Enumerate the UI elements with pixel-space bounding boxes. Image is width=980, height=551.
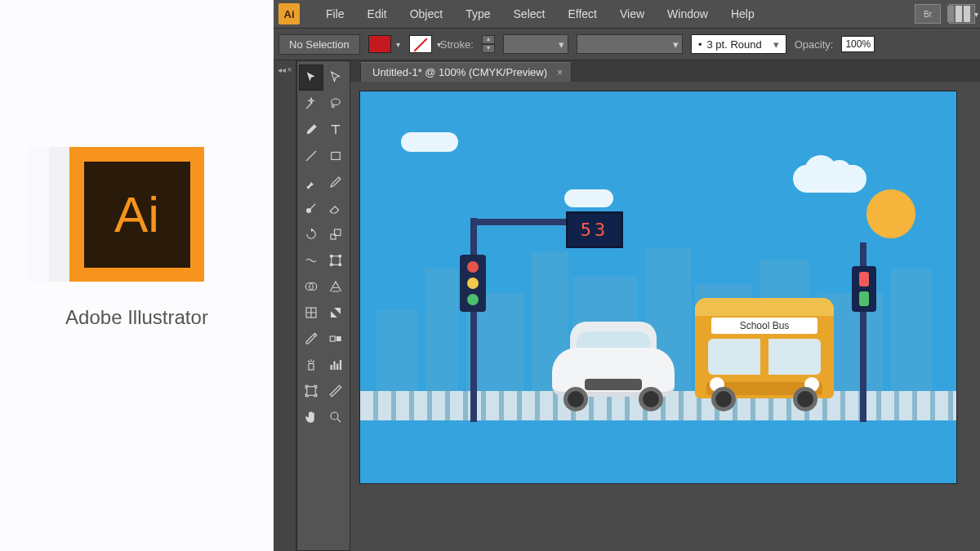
blob-brush-tool[interactable]: [300, 196, 323, 220]
stroke-swatch[interactable]: ▾: [409, 35, 432, 53]
opacity-value[interactable]: 100%: [841, 36, 875, 52]
direct-selection-tool[interactable]: [324, 65, 347, 90]
menu-edit[interactable]: Edit: [356, 2, 399, 25]
menu-effect[interactable]: Effect: [556, 2, 608, 25]
menu-select[interactable]: Select: [502, 2, 557, 25]
svg-rect-1: [332, 153, 341, 160]
bus-shape: School Bus: [695, 298, 834, 416]
panel-close-icon[interactable]: ×: [287, 65, 292, 74]
eyedropper-tool[interactable]: [300, 327, 323, 351]
red-light-icon: [467, 261, 479, 273]
artboard[interactable]: 53: [360, 91, 956, 483]
scale-tool[interactable]: [324, 222, 347, 247]
blend-tool[interactable]: [324, 327, 347, 351]
svg-point-7: [339, 255, 341, 257]
symbol-sprayer-tool[interactable]: [300, 353, 323, 377]
svg-point-18: [331, 412, 338, 420]
options-bar: No Selection ▾ ▾ Stroke: ▴▾ ▾ ▾ • 3 pt. …: [274, 28, 980, 60]
promo-sidebar: Ai Adobe Illustrator: [0, 0, 274, 551]
menu-type[interactable]: Type: [454, 2, 501, 25]
svg-point-6: [330, 255, 332, 257]
ped-go-icon: [859, 291, 869, 306]
free-transform-tool[interactable]: [324, 248, 347, 273]
menu-bar: Ai FileEditObjectTypeSelectEffectViewWin…: [274, 0, 980, 28]
svg-point-0: [332, 99, 341, 105]
svg-point-9: [339, 264, 341, 266]
close-tab-icon[interactable]: ×: [557, 67, 563, 78]
svg-point-8: [330, 264, 332, 266]
menu-file[interactable]: File: [314, 2, 356, 25]
illustrator-badge-text: Ai: [84, 162, 190, 268]
mesh-tool[interactable]: [300, 300, 323, 325]
sun-shape: [866, 189, 915, 238]
pencil-tool[interactable]: [324, 170, 347, 194]
panel-collapse-icon[interactable]: ◂◂: [278, 65, 286, 74]
illustrator-app-window: Ai FileEditObjectTypeSelectEffectViewWin…: [274, 0, 980, 551]
brush-definition-dropdown[interactable]: ▾: [577, 34, 683, 54]
stroke-label: Stroke:: [440, 38, 474, 51]
panel-gutter: ◂◂×: [274, 60, 296, 551]
traffic-light-pole: [470, 218, 477, 422]
tools-panel: [296, 60, 350, 551]
brush-preset-value: 3 pt. Round: [706, 38, 761, 51]
pen-tool[interactable]: [300, 118, 323, 142]
cloud-shape: [401, 132, 458, 152]
svg-rect-16: [309, 364, 314, 371]
svg-rect-5: [332, 256, 341, 265]
canvas-area[interactable]: 53: [350, 82, 980, 551]
magic-wand-tool[interactable]: [300, 91, 323, 116]
type-tool[interactable]: [324, 118, 347, 142]
artboard-tool[interactable]: [300, 379, 323, 403]
menu-window[interactable]: Window: [656, 2, 719, 25]
green-light-icon: [467, 294, 479, 305]
menu-object[interactable]: Object: [399, 2, 454, 25]
column-graph-tool[interactable]: [324, 353, 347, 377]
stroke-weight-stepper[interactable]: ▴▾: [482, 35, 495, 53]
document-tab-bar: Untitled-1* @ 100% (CMYK/Preview) ×: [350, 60, 980, 82]
gradient-tool[interactable]: [324, 300, 347, 325]
shape-builder-tool[interactable]: [300, 274, 323, 299]
illustrator-badge: Ai: [69, 147, 204, 282]
svg-rect-15: [336, 336, 341, 341]
zoom-tool[interactable]: [324, 405, 347, 429]
menu-view[interactable]: View: [608, 2, 656, 25]
svg-rect-3: [331, 234, 336, 239]
traffic-timer-value: 53: [581, 220, 609, 240]
slice-tool[interactable]: [324, 379, 347, 403]
lasso-tool[interactable]: [324, 91, 347, 116]
svg-rect-17: [307, 387, 316, 396]
ped-stop-icon: [859, 272, 869, 287]
yellow-light-icon: [467, 278, 479, 289]
app-badge-icon[interactable]: Ai: [278, 3, 300, 24]
line-segment-tool[interactable]: [300, 144, 323, 168]
document-tab[interactable]: Untitled-1* @ 100% (CMYK/Preview) ×: [360, 62, 572, 82]
fill-swatch[interactable]: ▾: [368, 35, 391, 53]
bridge-button[interactable]: Br: [915, 4, 941, 24]
bus-label: School Bus: [711, 318, 817, 334]
traffic-light-head: [460, 255, 486, 312]
rectangle-tool[interactable]: [324, 144, 347, 168]
document-tab-title: Untitled-1* @ 100% (CMYK/Preview): [372, 66, 547, 78]
brush-preset-bullet: •: [698, 38, 702, 51]
workspace-switcher[interactable]: ▾: [949, 4, 975, 24]
selection-tool[interactable]: [300, 65, 323, 90]
cloud-shape: [564, 189, 613, 207]
pedestrian-light-head: [852, 266, 876, 312]
rotate-tool[interactable]: [300, 222, 323, 247]
traffic-timer: 53: [566, 211, 623, 248]
stroke-profile-dropdown[interactable]: ▾: [503, 34, 568, 54]
eraser-tool[interactable]: [324, 196, 347, 220]
opacity-label: Opacity:: [795, 38, 834, 51]
hand-tool[interactable]: [300, 405, 323, 429]
paintbrush-tool[interactable]: [300, 170, 323, 194]
cloud-shape: [793, 165, 866, 193]
brush-preset-select[interactable]: • 3 pt. Round: [691, 34, 786, 54]
selection-status: No Selection: [278, 34, 360, 55]
car-shape: [552, 327, 675, 416]
width-tool[interactable]: [300, 248, 323, 273]
svg-rect-14: [330, 336, 335, 341]
perspective-grid-tool[interactable]: [324, 274, 347, 299]
promo-title: Adobe Illustrator: [65, 306, 208, 329]
menu-help[interactable]: Help: [719, 2, 766, 25]
